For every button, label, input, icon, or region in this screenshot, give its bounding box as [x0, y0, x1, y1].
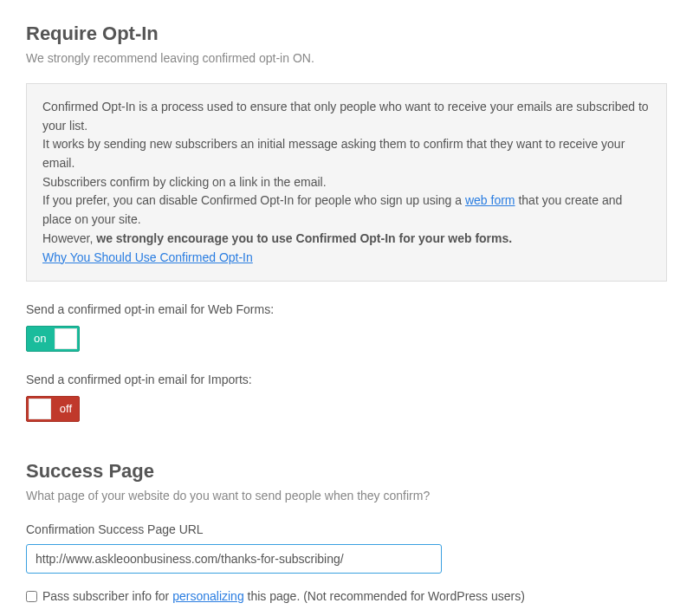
info-line: Subscribers confirm by clicking on a lin…	[42, 173, 651, 192]
toggle-knob	[55, 328, 77, 349]
personalize-checkbox[interactable]	[26, 591, 37, 602]
require-optin-title: Require Opt-In	[26, 19, 667, 48]
toggle-state-label: on	[34, 330, 46, 347]
info-line: However, we strongly encourage you to us…	[42, 230, 651, 249]
personalize-checkbox-row: Pass subscriber info for personalizing t…	[26, 587, 667, 606]
info-line: If you prefer, you can disable Confirmed…	[42, 191, 651, 229]
success-page-section: Success Page What page of your website d…	[26, 457, 667, 616]
success-page-subtitle: What page of your website do you want to…	[26, 487, 667, 505]
success-page-title: Success Page	[26, 457, 667, 485]
webforms-toggle[interactable]: on	[26, 326, 80, 352]
webforms-toggle-label: Send a confirmed opt-in email for Web Fo…	[26, 301, 667, 319]
toggle-state-label: off	[60, 400, 72, 418]
webforms-toggle-group: Send a confirmed opt-in email for Web Fo…	[26, 301, 667, 352]
info-line: It works by sending new subscribers an i…	[42, 135, 651, 172]
imports-toggle-group: Send a confirmed opt-in email for Import…	[26, 371, 667, 422]
info-strong: we strongly encourage you to use Confirm…	[96, 231, 512, 245]
success-url-input[interactable]	[26, 544, 442, 574]
personalizing-link[interactable]: personalizing	[172, 589, 244, 603]
optin-info-box: Confirmed Opt-In is a process used to en…	[26, 83, 667, 282]
require-optin-subtitle: We strongly recommend leaving confirmed …	[26, 49, 667, 68]
imports-toggle[interactable]: off	[26, 396, 80, 422]
require-optin-section: Require Opt-In We strongly recommend lea…	[26, 19, 667, 422]
info-line: Confirmed Opt-In is a process used to en…	[42, 98, 651, 135]
success-url-label: Confirmation Success Page URL	[26, 521, 667, 539]
web-form-link[interactable]: web form	[465, 193, 515, 207]
why-use-optin-link[interactable]: Why You Should Use Confirmed Opt-In	[42, 250, 253, 264]
imports-toggle-label: Send a confirmed opt-in email for Import…	[26, 371, 667, 389]
toggle-knob	[29, 399, 51, 419]
